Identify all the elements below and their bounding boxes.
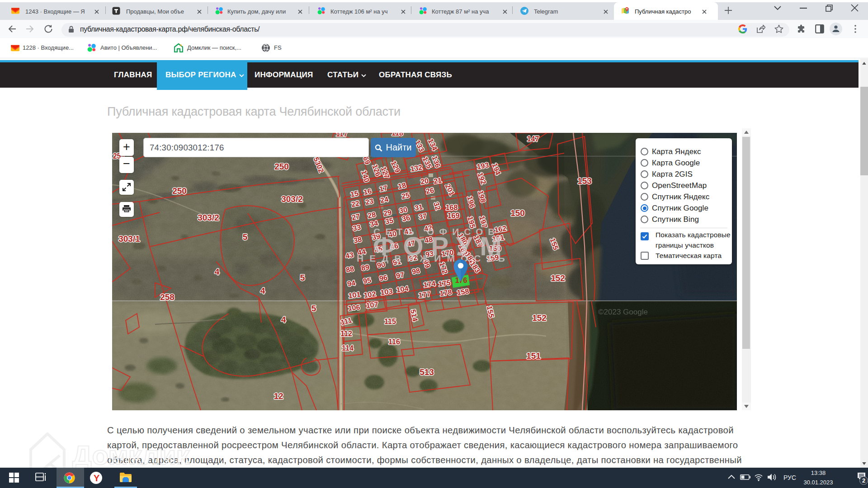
svg-text:151: 151	[526, 351, 541, 361]
svg-text:27: 27	[351, 212, 361, 221]
svg-text:4: 4	[215, 267, 220, 277]
svg-text:4: 4	[281, 315, 286, 324]
svg-text:29: 29	[383, 208, 392, 217]
svg-text:Домклик: Домклик	[72, 440, 190, 470]
svg-text:26: 26	[425, 186, 435, 195]
svg-text:35: 35	[385, 216, 394, 225]
svg-text:31: 31	[414, 203, 424, 212]
svg-text:89: 89	[361, 263, 370, 272]
svg-text:152: 152	[551, 273, 565, 283]
svg-text:112: 112	[340, 330, 352, 338]
svg-text:153: 153	[577, 176, 592, 186]
svg-text:303/2: 303/2	[281, 194, 303, 204]
svg-text:107: 107	[366, 300, 378, 309]
svg-text:98: 98	[411, 267, 421, 276]
svg-text:117: 117	[336, 133, 348, 138]
svg-text:16: 16	[363, 187, 373, 196]
svg-text:150: 150	[510, 208, 525, 218]
svg-text:250: 250	[274, 162, 289, 171]
svg-text:5: 5	[311, 304, 316, 313]
svg-text:96: 96	[379, 273, 388, 282]
svg-text:30: 30	[399, 206, 408, 215]
svg-text:94: 94	[347, 279, 356, 288]
svg-text:37: 37	[418, 212, 428, 221]
svg-text:ФОРУМ: ФОРУМ	[373, 231, 509, 261]
svg-text:97: 97	[396, 271, 405, 280]
svg-text:152: 152	[532, 313, 547, 323]
svg-text:5: 5	[300, 273, 305, 282]
svg-text:88: 88	[345, 265, 355, 274]
svg-text:22: 22	[351, 199, 360, 208]
svg-text:25: 25	[401, 191, 410, 200]
svg-text:15: 15	[350, 189, 359, 198]
svg-text:258: 258	[160, 292, 175, 302]
svg-text:©2023 Google: ©2023 Google	[598, 308, 648, 316]
svg-text:168: 168	[446, 204, 458, 211]
svg-text:18: 18	[397, 181, 407, 190]
svg-text:114: 114	[342, 344, 354, 352]
svg-text:115: 115	[384, 318, 396, 325]
svg-text:250: 250	[172, 186, 187, 196]
svg-text:95: 95	[363, 276, 372, 285]
svg-text:169: 169	[448, 212, 460, 220]
svg-text:23: 23	[365, 197, 374, 206]
svg-text:12: 12	[274, 391, 283, 401]
svg-text:36: 36	[401, 214, 411, 223]
svg-text:513: 513	[420, 367, 434, 377]
svg-text:118: 118	[392, 133, 403, 137]
svg-text:116: 116	[388, 338, 400, 346]
svg-text:303/1: 303/1	[118, 234, 140, 244]
svg-text:147: 147	[527, 135, 539, 143]
svg-text:24: 24	[380, 195, 389, 204]
svg-text:38: 38	[353, 235, 363, 244]
svg-text:4: 4	[260, 286, 265, 296]
svg-text:5: 5	[243, 232, 248, 242]
svg-text:43: 43	[345, 251, 354, 260]
svg-text:21: 21	[433, 176, 443, 185]
svg-text:303/2: 303/2	[198, 213, 219, 222]
svg-text:17: 17	[379, 184, 388, 193]
svg-text:33: 33	[352, 223, 362, 232]
svg-text:28: 28	[367, 211, 377, 220]
svg-text:20: 20	[420, 177, 429, 186]
svg-text:106: 106	[348, 303, 360, 312]
